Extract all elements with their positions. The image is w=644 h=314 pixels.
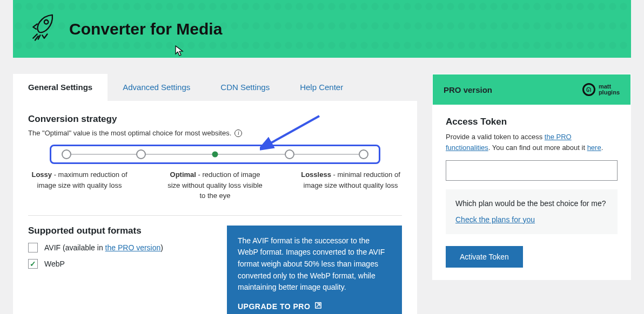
logo-mark-icon: ᘏ	[582, 83, 595, 96]
label-lossless: Lossless - minimal reduction of image si…	[299, 169, 402, 201]
pro-card: PRO version ᘏ mattplugins Access Token P…	[432, 74, 631, 280]
tab-advanced-settings[interactable]: Advanced Settings	[108, 74, 205, 101]
access-token-heading: Access Token	[446, 117, 618, 127]
slider-stop-0[interactable]	[62, 149, 71, 159]
webp-checkbox[interactable]	[28, 259, 38, 269]
svg-point-0	[44, 20, 49, 24]
webp-label: WebP	[44, 260, 65, 268]
mattplugins-logo: ᘏ mattplugins	[582, 83, 620, 96]
upgrade-to-pro-button[interactable]: UPGRADE TO PRO	[238, 301, 322, 313]
tab-help-center[interactable]: Help Center	[285, 74, 358, 101]
tabs: General Settings Advanced Settings CDN S…	[13, 74, 417, 101]
conversion-notice: The "Optimal" value is the most optimal …	[28, 129, 402, 137]
conversion-heading: Conversion strategy	[28, 114, 402, 125]
avif-label: AVIF (available in the PRO version)	[44, 243, 163, 252]
label-lossy: Lossy - maximum reduction of image size …	[28, 169, 131, 201]
slider-labels: Lossy - maximum reduction of image size …	[28, 169, 402, 201]
strategy-slider[interactable]	[50, 145, 380, 164]
rocket-icon	[27, 12, 59, 46]
access-token-input[interactable]	[446, 160, 618, 181]
check-plans-link[interactable]: Check the plans for you	[455, 215, 535, 224]
slider-stop-4[interactable]	[359, 149, 368, 159]
slider-stop-1[interactable]	[136, 149, 146, 159]
pro-header: PRO version ᘏ mattplugins	[433, 74, 630, 105]
conversion-notice-text: The "Optimal" value is the most optimal …	[28, 129, 231, 137]
tab-general-settings[interactable]: General Settings	[13, 74, 108, 101]
access-token-desc: Provide a valid token to access the PRO …	[446, 132, 618, 153]
formats-heading: Supported output formats	[28, 226, 206, 236]
promo-text: The AVIF format is the successor to the …	[238, 235, 391, 293]
find-out-more-link[interactable]: here	[587, 144, 601, 152]
pro-header-title: PRO version	[444, 85, 492, 94]
slider-stop-2-selected[interactable]	[212, 152, 218, 158]
plan-question: Which plan would be the best choice for …	[455, 198, 608, 210]
format-webp-row: WebP	[28, 259, 206, 269]
format-avif-row: AVIF (available in the PRO version)	[28, 243, 206, 252]
settings-panel: Conversion strategy The "Optimal" value …	[13, 101, 417, 314]
tab-cdn-settings[interactable]: CDN Settings	[205, 74, 285, 101]
pro-version-link[interactable]: the PRO version	[105, 243, 161, 252]
activate-token-button[interactable]: Activate Token	[446, 246, 523, 268]
avif-checkbox[interactable]	[28, 243, 38, 252]
info-icon[interactable]: i	[234, 129, 242, 137]
banner-title: Converter for Media	[69, 20, 222, 38]
label-optimal: Optimal - reduction of image size withou…	[164, 169, 266, 201]
header-banner: Converter for Media	[13, 0, 631, 58]
avif-promo-box: The AVIF format is the successor to the …	[227, 226, 402, 315]
plan-recommendation-box: Which plan would be the best choice for …	[446, 189, 618, 234]
external-link-icon	[314, 301, 322, 313]
slider-stop-3[interactable]	[285, 149, 294, 159]
